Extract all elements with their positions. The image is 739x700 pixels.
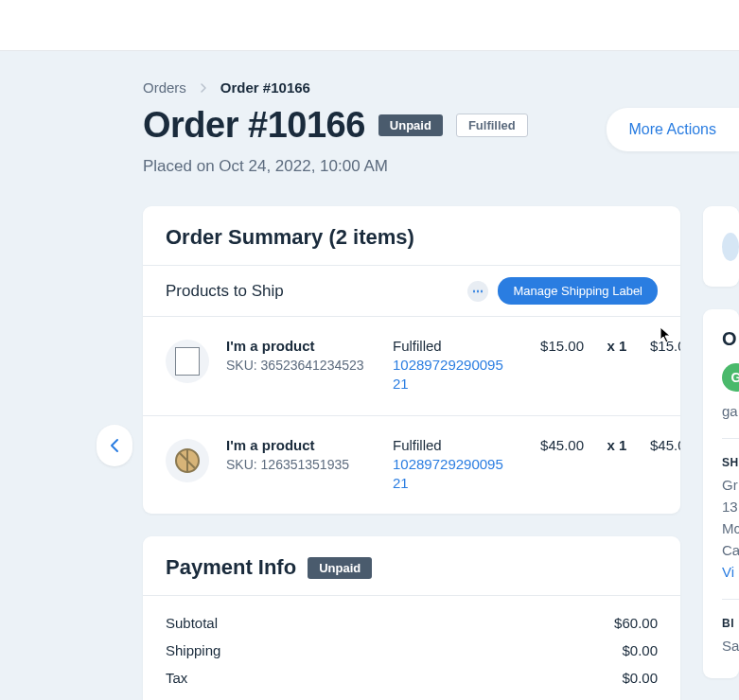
- product-sku: SKU: 126351351935: [226, 457, 376, 472]
- side-card-top: [703, 206, 739, 287]
- customer-card: O G ga SH Gr 13 Mc Ca Vi BI Sa: [703, 309, 739, 678]
- status-badge-fulfillment: Fulfilled: [456, 114, 528, 137]
- products-to-ship-label: Products to Ship: [166, 282, 284, 301]
- product-icon: [175, 448, 200, 473]
- status-badge-payment: Unpaid: [378, 114, 443, 136]
- fulfillment-column: Fulfilled 1028972929009521: [393, 338, 508, 394]
- breadcrumb: Orders Order #10166: [143, 79, 739, 96]
- breadcrumb-current: Order #10166: [220, 79, 310, 96]
- payment-tax-row: Tax $0.00: [166, 670, 658, 686]
- page-area: Orders Order #10166 Order #10166 Unpaid …: [0, 51, 739, 700]
- shipping-section-title: SH: [722, 456, 739, 469]
- product-info: I'm a product SKU: 36523641234523: [226, 338, 376, 373]
- avatar: [722, 233, 739, 261]
- side-column: O G ga SH Gr 13 Mc Ca Vi BI Sa: [703, 206, 739, 700]
- shipping-line: Mc: [722, 520, 739, 536]
- chevron-left-icon: [110, 438, 119, 453]
- tracking-number[interactable]: 1028972929009521: [393, 455, 508, 494]
- tax-label: Tax: [166, 670, 187, 686]
- product-name[interactable]: I'm a product: [226, 437, 376, 453]
- payment-shipping-row: Shipping $0.00: [166, 642, 658, 658]
- fulfillment-status: Fulfilled: [393, 437, 508, 453]
- payment-subtotal-row: Subtotal $60.00: [166, 615, 658, 631]
- shipping-label: Shipping: [166, 642, 220, 658]
- top-bar: [0, 0, 739, 51]
- page-title: Order #10166: [143, 105, 365, 146]
- content-row: Order Summary (2 items) Products to Ship…: [143, 206, 739, 700]
- tax-value: $0.00: [622, 670, 658, 686]
- placed-on-text: Placed on Oct 24, 2022, 10:00 AM: [143, 157, 739, 176]
- customer-avatar: G: [722, 363, 739, 392]
- order-summary-card: Order Summary (2 items) Products to Ship…: [143, 206, 680, 514]
- payment-info-header: Payment Info Unpaid: [143, 536, 680, 596]
- payment-info-card: Payment Info Unpaid Subtotal $60.00 Ship…: [143, 536, 680, 700]
- products-to-ship-header: Products to Ship ⋯ Manage Shipping Label: [143, 266, 680, 317]
- payment-info-title: Payment Info: [166, 555, 296, 580]
- product-thumbnail: [166, 340, 209, 383]
- customer-email[interactable]: ga: [722, 403, 739, 419]
- more-actions-button[interactable]: More Actions: [607, 108, 739, 151]
- manage-shipping-label-button[interactable]: Manage Shipping Label: [498, 277, 658, 305]
- chevron-right-icon: [200, 82, 207, 94]
- shipping-value: $0.00: [622, 642, 658, 658]
- quantity: x 1: [601, 437, 633, 453]
- divider: [722, 599, 739, 600]
- line-total: $45.00: [650, 437, 680, 453]
- fulfillment-status: Fulfilled: [393, 338, 508, 354]
- shipping-line: Gr: [722, 477, 739, 493]
- product-sku: SKU: 36523641234523: [226, 358, 376, 373]
- main-column: Order Summary (2 items) Products to Ship…: [143, 206, 680, 700]
- billing-section-title: BI: [722, 617, 739, 630]
- back-button[interactable]: [97, 425, 132, 466]
- more-options-button[interactable]: ⋯: [467, 281, 488, 302]
- shipping-actions: ⋯ Manage Shipping Label: [467, 277, 658, 305]
- breadcrumb-root[interactable]: Orders: [143, 79, 186, 96]
- view-link[interactable]: Vi: [722, 564, 739, 580]
- fulfillment-column: Fulfilled 1028972929009521: [393, 437, 508, 494]
- shipping-line: 13: [722, 499, 739, 515]
- order-summary-header: Order Summary (2 items): [143, 206, 680, 266]
- frame-icon: [175, 347, 200, 376]
- subtotal-value: $60.00: [614, 615, 658, 631]
- product-thumbnail: [166, 439, 209, 482]
- product-row: I'm a product SKU: 126351351935 Fulfille…: [143, 416, 680, 515]
- product-name[interactable]: I'm a product: [226, 338, 376, 354]
- divider: [722, 438, 739, 439]
- line-total: $15.00: [650, 338, 680, 354]
- shipping-line: Ca: [722, 542, 739, 558]
- unit-price: $15.00: [525, 338, 584, 354]
- tracking-number[interactable]: 1028972929009521: [393, 356, 508, 394]
- unit-price: $45.00: [525, 437, 584, 453]
- subtotal-label: Subtotal: [166, 615, 218, 631]
- product-row: I'm a product SKU: 36523641234523 Fulfil…: [143, 317, 680, 416]
- customer-card-title: O: [722, 328, 739, 350]
- payment-status-badge: Unpaid: [308, 557, 372, 579]
- product-info: I'm a product SKU: 126351351935: [226, 437, 376, 472]
- billing-line: Sa: [722, 638, 739, 654]
- order-summary-title: Order Summary (2 items): [166, 225, 414, 250]
- quantity: x 1: [601, 338, 633, 354]
- payment-body: Subtotal $60.00 Shipping $0.00 Tax $0.00…: [143, 596, 680, 700]
